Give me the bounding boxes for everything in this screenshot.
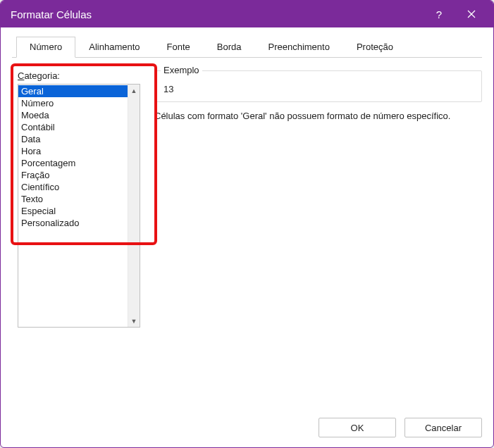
dialog-title: Formatar Células <box>11 8 423 20</box>
list-item-especial[interactable]: Especial <box>18 205 128 217</box>
dialog-body: Número Alinhamento Fonte Borda Preenchim… <box>1 27 493 447</box>
close-button[interactable] <box>455 1 488 27</box>
categoria-listbox[interactable]: Geral Número Moeda Contábil Data Hora Po… <box>18 84 140 328</box>
list-item-contabil[interactable]: Contábil <box>18 121 128 133</box>
scroll-up-icon[interactable]: ▲ <box>128 85 140 97</box>
list-item-texto[interactable]: Texto <box>18 193 128 205</box>
exemplo-value: 13 <box>163 84 474 94</box>
list-item-personalizado[interactable]: Personalizado <box>18 217 128 229</box>
format-description: Células com formato 'Geral' não possuem … <box>154 111 482 123</box>
list-item-porcentagem[interactable]: Porcentagem <box>18 157 128 169</box>
list-item-data[interactable]: Data <box>18 133 128 145</box>
list-item-moeda[interactable]: Moeda <box>18 109 128 121</box>
dialog-footer: OK Cancelar <box>12 411 482 437</box>
help-button[interactable]: ? <box>423 1 455 27</box>
tab-strip: Número Alinhamento Fonte Borda Preenchim… <box>12 36 482 58</box>
categoria-list-inner: Geral Número Moeda Contábil Data Hora Po… <box>18 85 128 327</box>
tab-content-numero: Categoria: Geral Número Moeda Contábil D… <box>12 58 482 411</box>
list-item-cientifico[interactable]: Científico <box>18 181 128 193</box>
scroll-down-icon[interactable]: ▼ <box>128 315 140 327</box>
exemplo-legend: Exemplo <box>161 65 202 75</box>
tab-alinhamento[interactable]: Alinhamento <box>75 37 153 58</box>
tab-protecao[interactable]: Proteção <box>343 37 407 58</box>
tab-numero[interactable]: Número <box>16 37 75 58</box>
help-icon: ? <box>436 8 442 20</box>
cancel-button[interactable]: Cancelar <box>405 418 482 437</box>
format-cells-dialog: Formatar Células ? Número Alinhamento Fo… <box>0 0 494 448</box>
tab-preenchimento[interactable]: Preenchimento <box>254 37 342 58</box>
list-item-geral[interactable]: Geral <box>18 85 128 97</box>
close-icon <box>467 10 476 18</box>
tab-borda[interactable]: Borda <box>204 37 255 58</box>
list-item-numero[interactable]: Número <box>18 97 128 109</box>
list-item-hora[interactable]: Hora <box>18 145 128 157</box>
right-column: Exemplo 13 Células com formato 'Geral' n… <box>154 70 482 123</box>
listbox-scrollbar[interactable]: ▲ ▼ <box>128 85 140 327</box>
categoria-accelerator: C <box>18 70 24 81</box>
list-item-fracao[interactable]: Fração <box>18 169 128 181</box>
tab-fonte[interactable]: Fonte <box>154 37 204 58</box>
exemplo-group: Exemplo 13 <box>154 70 482 102</box>
ok-button[interactable]: OK <box>319 418 396 437</box>
titlebar: Formatar Células ? <box>1 1 493 27</box>
